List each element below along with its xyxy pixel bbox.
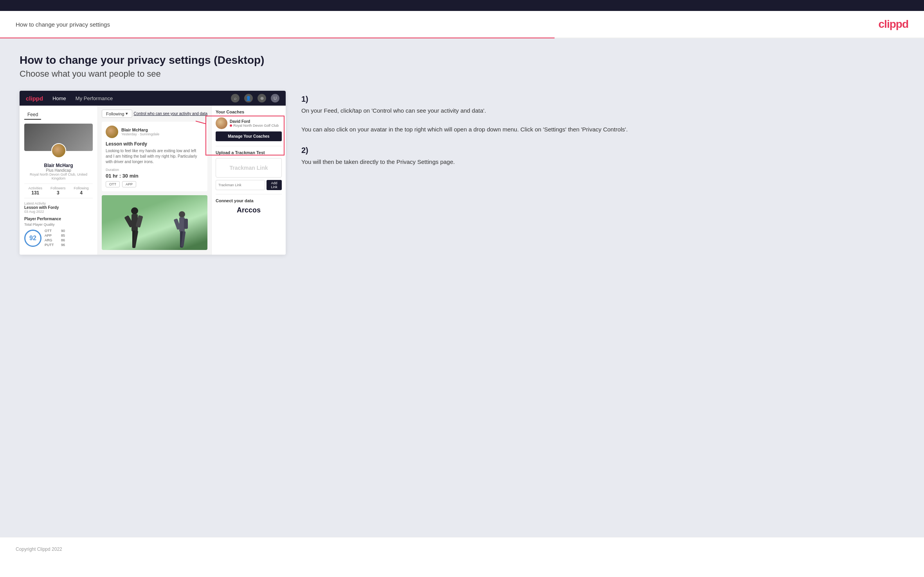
search-icon[interactable]: ⌕ [231,94,240,102]
activities-label: Activities [28,186,42,190]
perf-metric-ott: OTT90 [45,229,65,233]
latest-activity-date: 03 Aug 2022 [24,210,93,214]
footer-copyright: Copyright Clippd 2022 [16,546,62,552]
following-label: Following [74,186,88,190]
duration-value: 01 hr : 30 min [106,173,204,179]
post-description: Looking to feel like my hands are exitin… [106,148,204,165]
trackman-placeholder: Trackman Link [229,165,268,171]
add-link-button[interactable]: Add Link [267,180,282,190]
app-sidebar: Feed Blair McHarg Plus Handicap Royal No… [20,106,98,255]
svg-point-6 [179,211,185,217]
profile-name: Blair McHarg [24,163,93,168]
nav-item-home[interactable]: Home [52,95,66,101]
activities-value: 131 [28,190,42,196]
app-mockup: clippd Home My Performance ⌕ 👤 ⊕ U Feed [20,91,286,255]
globe-icon[interactable]: ⊕ [258,94,266,102]
total-quality-label: Total Player Quality [24,223,93,226]
connect-title: Connect your data [216,198,282,203]
instructions: 1) On your Feed, click/tap on 'Control w… [301,91,904,178]
instruction-2-text: You will then be taken directly to the P… [301,157,904,167]
instruction-1-text: On your Feed, click/tap on 'Control who … [301,106,904,134]
coach-avatar [216,117,227,129]
following-button[interactable]: Following ▾ [102,110,132,118]
trackman-title: Upload a Trackman Test [216,150,282,155]
post-avatar [106,126,118,138]
post-image [102,195,207,250]
svg-rect-7 [179,217,185,232]
player-performance-label: Player Performance [24,217,93,221]
instruction-2: 2) You will then be taken directly to th… [301,146,904,167]
perf-metric-putt: PUTT96 [45,243,65,247]
post-date: Yesterday · Sunningdale [121,132,159,136]
breadcrumb: How to change your privacy settings [16,21,110,28]
post-author: Blair McHarg [121,128,159,132]
control-link[interactable]: Control who can see your activity and da… [134,111,207,116]
top-bar [0,0,924,11]
feed-tab[interactable]: Feed [24,110,41,120]
profile-handicap: Plus Handicap [24,168,93,173]
performance-bars: OTT90APP85ARG86PUTT96 [45,229,65,248]
avatar-icon[interactable]: U [271,94,279,102]
instruction-1: 1) On your Feed, click/tap on 'Control w… [301,95,904,134]
perf-metric-arg: ARG86 [45,238,65,242]
coach-name: David Ford [230,119,279,124]
svg-rect-9 [184,219,188,229]
following-value: 4 [74,190,88,196]
tag-app: APP [122,181,136,187]
coaches-title: Your Coaches [216,110,282,114]
arccos-text: Arccos [216,206,282,214]
page-subtitle: Choose what you want people to see [20,69,904,79]
followers-label: Followers [50,186,66,190]
header: How to change your privacy settings clip… [0,11,924,38]
svg-point-0 [131,207,138,214]
instruction-1-num: 1) [301,95,904,104]
coach-club: Royal North Devon Golf Club [233,124,279,128]
logo: clippd [879,18,908,31]
perf-metric-app: APP85 [45,234,65,237]
app-right-panel: Your Coaches David Ford Royal North Devo… [211,106,286,255]
latest-activity-label: Latest Activity [24,201,93,205]
tag-ott: OTT [106,181,120,187]
duration-label: Duration [106,168,204,172]
profile-club: Royal North Devon Golf Club, United King… [24,173,93,180]
profile-avatar-sidebar [51,143,66,158]
profile-stats: Activities 131 Followers 3 Following 4 [24,183,93,198]
app-feed: Following ▾ Control who can see your act… [98,106,211,255]
score-circle: 92 [24,230,41,247]
trackman-box: Trackman Link [216,158,282,178]
app-logo: clippd [26,95,43,102]
trackman-input[interactable] [216,180,265,190]
footer: Copyright Clippd 2022 [0,537,924,560]
followers-value: 3 [50,190,66,196]
instruction-2-num: 2) [301,146,904,155]
app-navbar: clippd Home My Performance ⌕ 👤 ⊕ U [20,91,286,106]
page-title: How to change your privacy settings (Des… [20,54,904,67]
nav-item-performance[interactable]: My Performance [76,95,113,101]
main-content: How to change your privacy settings (Des… [0,38,924,537]
post-title: Lesson with Fordy [106,141,204,147]
manage-coaches-button[interactable]: Manage Your Coaches [216,131,282,141]
coach-club-dot [230,124,232,127]
post-card: Blair McHarg Yesterday · Sunningdale Les… [102,122,207,191]
latest-activity-value: Lesson with Fordy [24,205,93,210]
user-icon[interactable]: 👤 [244,94,253,102]
